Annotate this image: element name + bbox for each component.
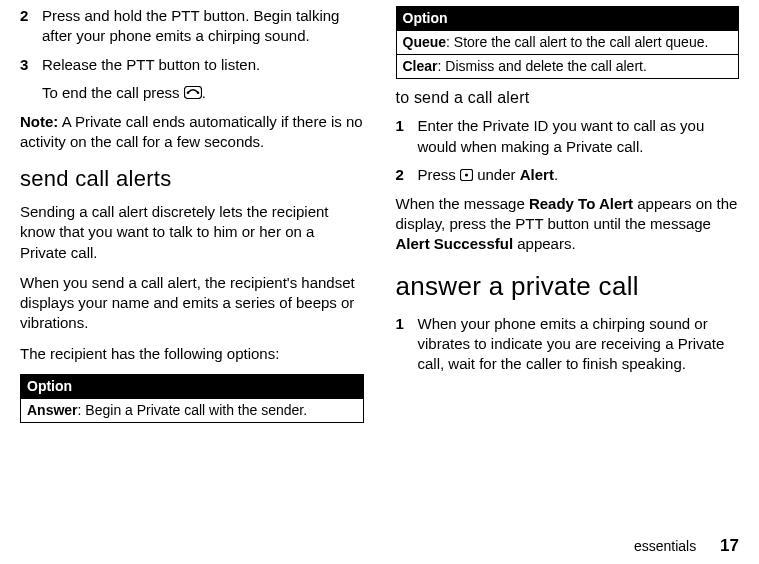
- step-number: 3: [20, 55, 42, 75]
- svg-point-2: [196, 91, 199, 94]
- option-label-answer: Answer: [27, 402, 78, 418]
- footer-section: essentials: [634, 538, 696, 554]
- option-row-queue: Queue: Store the call alert to the call …: [396, 30, 739, 54]
- note-label: Note:: [20, 113, 58, 130]
- step-body: Enter the Private ID you want to call as…: [418, 116, 740, 157]
- ready-post: appears.: [513, 235, 576, 252]
- ready-to-alert-para: When the message Ready To Alert appears …: [396, 194, 740, 255]
- step-number: 2: [20, 6, 42, 47]
- send-alerts-p2: When you send a call alert, the recipien…: [20, 273, 364, 334]
- send-alerts-p1: Sending a call alert discretely lets the…: [20, 202, 364, 263]
- step2-mid: under: [473, 166, 520, 183]
- svg-point-1: [186, 91, 189, 94]
- step2-pre: Press: [418, 166, 461, 183]
- option-row-answer: Answer: Begin a Private call with the se…: [21, 398, 364, 422]
- subheading-to-send-call-alert: to send a call alert: [396, 87, 740, 109]
- end-call-post: .: [202, 84, 206, 101]
- option-rest-answer: : Begin a Private call with the sender.: [78, 402, 308, 418]
- svg-point-4: [465, 173, 468, 176]
- option-rest-queue: : Store the call alert to the call alert…: [446, 34, 708, 50]
- success-label: Alert Successful: [396, 235, 514, 252]
- option-table-left: Option Answer: Begin a Private call with…: [20, 374, 364, 423]
- heading-answer-private-call: answer a private call: [396, 269, 740, 304]
- step-number: 2: [396, 165, 418, 186]
- heading-send-call-alerts: send call alerts: [20, 164, 364, 194]
- step2-alert-label: Alert: [520, 166, 554, 183]
- end-key-icon: [184, 84, 202, 104]
- right-send-step-2: 2 Press under Alert.: [396, 165, 740, 186]
- send-alerts-p3: The recipient has the following options:: [20, 344, 364, 364]
- right-column: Option Queue: Store the call alert to th…: [396, 6, 740, 431]
- ready-label: Ready To Alert: [529, 195, 633, 212]
- page-content: 2 Press and hold the PTT button. Begin t…: [0, 0, 759, 431]
- end-call-pre: To end the call press: [42, 84, 184, 101]
- option-label-clear: Clear: [403, 58, 438, 74]
- step2-post: .: [554, 166, 558, 183]
- step-number: 1: [396, 116, 418, 157]
- answer-step-1: 1 When your phone emits a chirping sound…: [396, 314, 740, 375]
- left-step-2: 2 Press and hold the PTT button. Begin t…: [20, 6, 364, 47]
- step-number: 1: [396, 314, 418, 375]
- step-body: Press and hold the PTT button. Begin tal…: [42, 6, 364, 47]
- option-table-header: Option: [396, 7, 739, 31]
- footer-page-number: 17: [720, 536, 739, 555]
- note-body: A Private call ends automatically if the…: [20, 113, 363, 150]
- option-table-right: Option Queue: Store the call alert to th…: [396, 6, 740, 79]
- step-body: When your phone emits a chirping sound o…: [418, 314, 740, 375]
- right-send-step-1: 1 Enter the Private ID you want to call …: [396, 116, 740, 157]
- step-body: Release the PTT button to listen.: [42, 55, 364, 75]
- option-table-header: Option: [21, 374, 364, 398]
- page-footer: essentials 17: [634, 536, 739, 556]
- step-body: Press under Alert.: [418, 165, 740, 186]
- ready-pre: When the message: [396, 195, 529, 212]
- left-step-3: 3 Release the PTT button to listen.: [20, 55, 364, 75]
- option-rest-clear: : Dismiss and delete the call alert.: [438, 58, 647, 74]
- left-column: 2 Press and hold the PTT button. Begin t…: [20, 6, 364, 431]
- option-label-queue: Queue: [403, 34, 447, 50]
- end-call-line: To end the call press .: [42, 83, 364, 104]
- softkey-icon: [460, 166, 473, 186]
- note-paragraph: Note: A Private call ends automatically …: [20, 112, 364, 153]
- option-row-clear: Clear: Dismiss and delete the call alert…: [396, 54, 739, 78]
